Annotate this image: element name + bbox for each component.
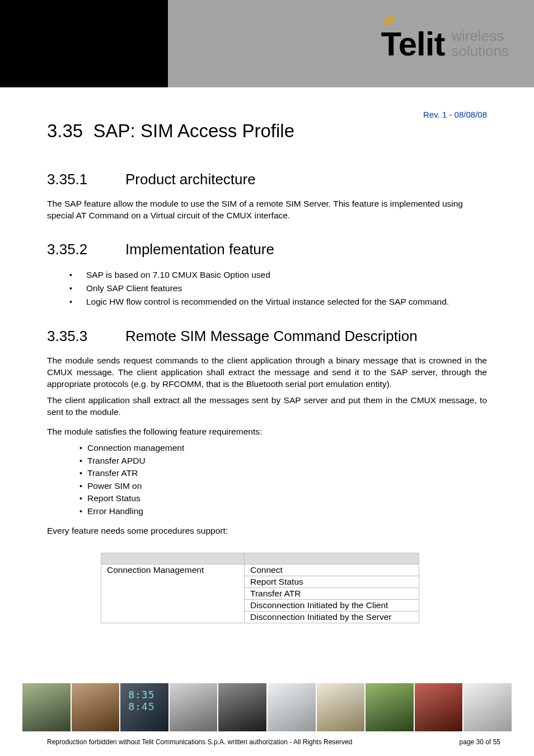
list-item: Logic HW flow control is recommended on … [69, 295, 487, 309]
table-header-row [101, 553, 419, 564]
subsection-1-heading: 3.35.1Product architecture [47, 171, 487, 188]
page-content: Rev. 1 - 08/08/08 3.35 SAP: SIM Access P… [0, 87, 534, 623]
logo-text: Telit [381, 25, 444, 63]
footer-tile [463, 683, 512, 731]
table-header-cell [245, 553, 419, 564]
footer-tile [317, 683, 366, 731]
table-header-cell [101, 553, 245, 564]
logo-subtitle: wireless solutions [451, 29, 509, 59]
header-black-block [0, 0, 168, 87]
footer-tile [268, 683, 317, 731]
footer-left: Reproduction forbidden without Telit Com… [47, 738, 352, 746]
logo-main-text: Telit [381, 25, 444, 63]
procedures-table-wrap: Connection Management Connect Report Sta… [101, 553, 487, 623]
footer-image-strip: 8:35 8:45 [22, 683, 512, 731]
clock-line-1: 8:35 [128, 689, 154, 701]
list-item: Transfer ATR [79, 467, 487, 479]
footer-tile: 8:35 8:45 [120, 683, 170, 731]
subsection-3-title: Remote SIM Message Command Description [125, 328, 418, 344]
subsection-3-number: 3.35.3 [47, 328, 125, 345]
table-cell-procedure: Report Status [245, 576, 419, 588]
logo-accent-icon [382, 15, 402, 28]
footer-tile [218, 683, 268, 731]
logo-sub-line1: wireless [451, 29, 509, 44]
subsection-2-bullets: SAP is based on 7.10 CMUX Basic Option u… [69, 268, 487, 309]
subsection-2-number: 3.35.2 [47, 241, 125, 258]
clock-line-2: 8:45 [128, 701, 154, 712]
clock-overlay: 8:35 8:45 [128, 689, 154, 712]
logo: Telit wireless solutions [381, 25, 509, 63]
subsection-1-para: The SAP feature allow the module to use … [47, 198, 487, 222]
revision-text: Rev. 1 - 08/08/08 [47, 110, 487, 119]
subsection-1-number: 3.35.1 [47, 171, 125, 188]
footer-tile [415, 683, 464, 731]
subsection-1-title: Product architecture [125, 171, 256, 188]
list-item: Transfer APDU [79, 455, 487, 467]
table-cell-procedure: Disconnection Initiated by the Client [245, 600, 419, 612]
procedures-table: Connection Management Connect Report Sta… [101, 553, 419, 623]
table-row: Connection Management Connect [101, 564, 419, 576]
footer-text: Reproduction forbidden without Telit Com… [47, 738, 500, 746]
feature-requirements-list: Connection management Transfer APDU Tran… [79, 442, 487, 517]
subsection-3-para2: The client application shall extract all… [47, 395, 487, 418]
subsection-2-title: Implementation feature [125, 241, 274, 258]
section-heading: 3.35 SAP: SIM Access Profile [47, 120, 487, 142]
subsection-3-para4: Every feature needs some procedures supp… [47, 525, 487, 537]
list-item: Report Status [79, 492, 487, 505]
subsection-3-heading: 3.35.3Remote SIM Message Command Descrip… [47, 328, 487, 345]
header-gray-block: Telit wireless solutions [168, 0, 534, 87]
footer-right: page 30 of 55 [460, 738, 500, 746]
list-item: Only SAP Client features [69, 282, 487, 295]
logo-sub-line2: solutions [451, 44, 509, 59]
table-cell-procedure: Transfer ATR [245, 588, 419, 600]
list-item: Error Handling [79, 505, 487, 517]
list-item: Power SIM on [79, 480, 487, 492]
list-item: SAP is based on 7.10 CMUX Basic Option u… [69, 268, 487, 282]
footer-tile [22, 683, 72, 731]
table-cell-procedure: Disconnection Initiated by the Server [245, 612, 419, 623]
section-title: SAP: SIM Access Profile [93, 120, 294, 141]
subsection-3-para1: The module sends request commands to the… [47, 355, 487, 390]
footer-tile [366, 683, 415, 731]
list-item: Connection management [79, 442, 487, 454]
table-cell-feature: Connection Management [101, 564, 245, 623]
subsection-2-heading: 3.35.2Implementation feature [47, 241, 487, 258]
footer-tile [72, 683, 121, 731]
page-header: Telit wireless solutions [0, 0, 534, 87]
section-number: 3.35 [47, 120, 83, 141]
subsection-3-para3: The module satisfies the following featu… [47, 426, 487, 438]
table-cell-procedure: Connect [245, 564, 419, 576]
footer-tile [170, 683, 219, 731]
